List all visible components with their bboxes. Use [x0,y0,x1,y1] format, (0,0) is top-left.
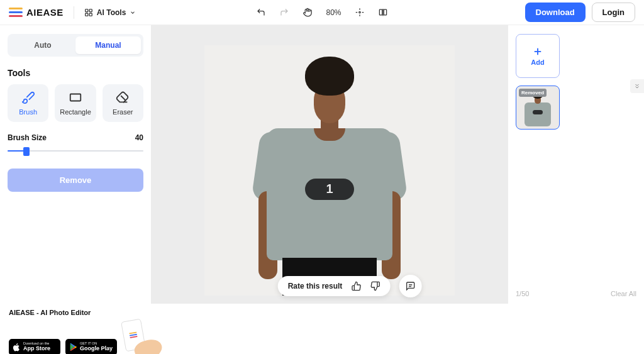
main-area: Auto Manual Tools Brush Rectangle [0,25,644,304]
redo-icon [279,8,289,17]
apple-icon [13,343,21,352]
tool-brush[interactable]: Brush [8,84,48,122]
promo-title: AIEASE - AI Photo Editor [9,309,635,316]
tool-list: Brush Rectangle Eraser [8,84,143,122]
svg-rect-2 [86,13,88,16]
pan-button[interactable] [303,8,312,17]
compare-button[interactable] [379,8,388,17]
canvas-controls: 80% [256,8,387,17]
download-button[interactable]: Download [525,3,586,22]
rate-label: Rate this result [288,282,343,290]
redo-button[interactable] [279,8,289,17]
undo-icon [256,8,265,17]
right-panel-footer: 1/50 Clear All [516,290,636,297]
login-button[interactable]: Login [592,3,635,22]
shirt-number: 1 [326,182,333,196]
brand-name: AIEASE [26,7,64,18]
fit-button[interactable] [355,8,365,17]
remove-button[interactable]: Remove [8,169,143,192]
chat-icon [405,281,415,291]
brush-size-slider[interactable] [8,146,143,156]
add-label: Add [531,58,544,66]
appstore-small: Download on the [23,342,50,346]
tool-brush-label: Brush [19,108,37,116]
svg-rect-1 [89,9,92,11]
bottom-promo: AIEASE - AI Photo Editor Download on the… [0,304,644,354]
ai-tools-dropdown[interactable]: AI Tools [84,8,136,17]
mode-toggle: Auto Manual [8,34,143,57]
grid-icon [84,8,93,17]
thumbs-down-icon [370,281,380,291]
slider-thumb[interactable] [23,147,30,156]
appstore-big: App Store [23,346,50,352]
play-small: GET IT ON [80,342,113,346]
store-badges: Download on theApp Store GET IT ONGoogle… [9,320,635,354]
thumb-status-badge: Removed [519,89,547,97]
feedback-button[interactable] [399,275,421,297]
image-counter: 1/50 [516,290,529,297]
google-play-badge[interactable]: GET IT ONGoogle Play [65,339,117,354]
rate-bar: Rate this result [278,275,422,297]
mode-manual[interactable]: Manual [75,36,141,54]
result-thumbnail[interactable]: Removed [516,86,560,130]
expand-icon [633,82,641,90]
rate-pill: Rate this result [278,276,391,296]
play-big: Google Play [80,346,113,352]
brush-size-row: Brush Size 40 [8,133,143,142]
brand-logo[interactable]: AIEASE [9,7,64,18]
tool-eraser[interactable]: Eraser [103,84,143,122]
svg-line-13 [121,96,126,100]
tool-rectangle[interactable]: Rectangle [55,84,96,122]
brush-size-value: 40 [135,133,143,142]
logo-mark-icon [9,8,23,18]
left-sidebar: Auto Manual Tools Brush Rectangle [0,25,151,304]
svg-point-4 [359,11,361,13]
eraser-icon [116,91,130,104]
clear-all-button[interactable]: Clear All [611,290,636,297]
ai-tools-label: AI Tools [97,8,126,17]
add-image-button[interactable]: Add [516,34,560,78]
brush-size-label: Brush Size [8,133,47,142]
hand-icon [303,8,312,17]
plus-icon [532,46,543,57]
thumbs-up-icon [351,281,361,291]
fit-icon [355,8,365,17]
shirt-graphic: 1 [305,179,354,200]
app-header: AIEASE AI Tools 80% Download Login [0,0,644,25]
svg-rect-12 [70,94,81,101]
tool-rectangle-label: Rectangle [60,108,91,116]
thumbs-down-button[interactable] [370,281,380,291]
divider [74,6,74,19]
zoom-level[interactable]: 80% [326,8,341,17]
hand-holding-phone [119,320,157,354]
header-actions: Download Login [525,3,636,22]
mode-auto[interactable]: Auto [10,36,75,54]
tools-heading: Tools [8,68,143,78]
expand-panel-button[interactable] [630,79,644,93]
compare-icon [379,8,388,17]
canvas-area[interactable]: 1 Rate this result [151,25,508,304]
svg-rect-0 [86,9,88,11]
play-icon [69,343,77,351]
canvas-image[interactable]: 1 [204,45,455,296]
thumbs-up-button[interactable] [351,281,361,291]
brush-icon [21,91,35,104]
svg-rect-10 [384,9,386,15]
undo-button[interactable] [256,8,265,17]
chevron-down-icon [130,9,136,16]
svg-rect-3 [89,13,92,16]
right-panel: Add Removed 1/50 Clear All [508,25,644,304]
app-store-badge[interactable]: Download on theApp Store [9,339,60,354]
rectangle-icon [69,91,82,104]
svg-rect-9 [379,9,382,15]
tool-eraser-label: Eraser [113,108,133,116]
